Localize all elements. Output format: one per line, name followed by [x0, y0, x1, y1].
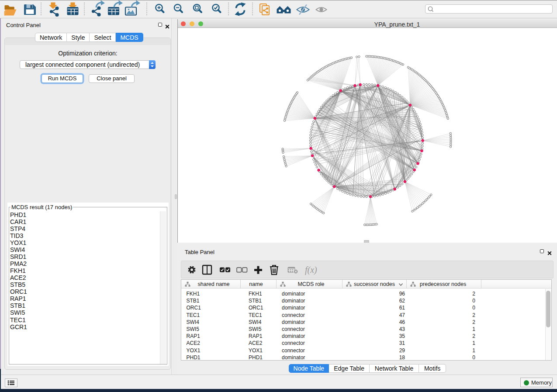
svg-text:f(x): f(x)	[305, 265, 317, 275]
